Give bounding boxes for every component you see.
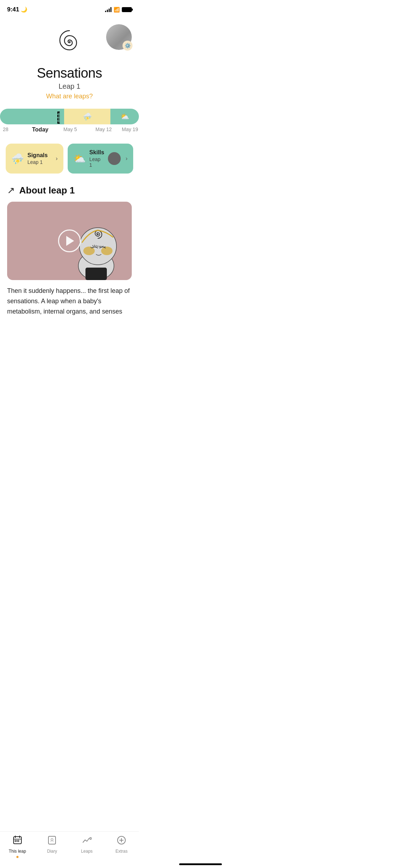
- spiral-logo: [52, 24, 87, 60]
- signals-card-subtitle: Leap 1: [27, 159, 52, 165]
- about-header: ↗ About leap 1: [7, 185, 132, 196]
- signals-card-text: Signals Leap 1: [27, 152, 52, 165]
- date-28: 28: [3, 126, 9, 132]
- sun-cloud-icon: ⛅: [120, 112, 129, 121]
- skills-card-arrow: ›: [126, 155, 127, 162]
- date-may19: May 19: [122, 126, 138, 132]
- status-time: 9:41: [7, 6, 19, 13]
- signal-icon: [105, 7, 111, 12]
- svg-point-4: [101, 247, 113, 255]
- timeline-next-segment: ⛅: [110, 109, 139, 124]
- app-title: Sensations: [7, 66, 132, 81]
- skills-icon: ⛅: [73, 153, 86, 165]
- timeline-section: ⛈️ ⛅ 28 Today May 5 May 12 May 19: [0, 109, 139, 135]
- svg-line-7: [94, 245, 95, 246]
- leap-label: Leap 1: [7, 82, 132, 91]
- signals-icon: ⛈️: [11, 153, 24, 165]
- thunder-icon: ⛈️: [83, 112, 92, 121]
- header: ⚙️: [0, 17, 139, 60]
- date-may5: May 5: [63, 126, 77, 132]
- timeline-bar: ⛈️ ⛅: [0, 109, 139, 124]
- title-section: Sensations Leap 1 What are leaps?: [0, 60, 139, 100]
- skills-card[interactable]: ⛅ Skills Leap 1 ›: [68, 144, 133, 174]
- moon-icon: 🌙: [21, 6, 27, 13]
- status-bar: 9:41 🌙 📶: [0, 0, 139, 17]
- wifi-icon: 📶: [114, 7, 120, 12]
- description-text: Then it suddenly happens... the first le…: [7, 280, 132, 316]
- date-may12: May 12: [95, 126, 112, 132]
- date-today: Today: [32, 126, 48, 133]
- timeline-dates: 28 Today May 5 May 12 May 19: [0, 124, 139, 135]
- signals-card-arrow: ›: [56, 155, 58, 162]
- status-icons: 📶: [105, 7, 132, 12]
- avatar-container[interactable]: ⚙️: [106, 24, 132, 50]
- what-are-leaps-link[interactable]: What are leaps?: [7, 93, 132, 100]
- play-button[interactable]: [58, 229, 81, 252]
- cards-section: ⛈️ Signals Leap 1 › ⛅ Skills Leap 1 ›: [0, 135, 139, 174]
- skills-toggle[interactable]: [108, 152, 121, 165]
- signals-card[interactable]: ⛈️ Signals Leap 1 ›: [6, 144, 63, 174]
- battery-icon: [122, 7, 132, 12]
- about-title: About leap 1: [19, 185, 75, 196]
- timeline-current-segment: [0, 109, 64, 124]
- video-thumbnail[interactable]: [7, 202, 132, 280]
- skills-card-text: Skills Leap 1: [89, 149, 104, 168]
- signals-card-title: Signals: [27, 152, 52, 159]
- skills-card-title: Skills: [89, 149, 104, 156]
- play-icon: [66, 236, 74, 246]
- svg-line-9: [98, 246, 98, 247]
- timeline-fussy-segment: ⛈️: [64, 109, 110, 124]
- about-section: ↗ About leap 1: [0, 174, 139, 316]
- settings-icon[interactable]: ⚙️: [123, 41, 132, 51]
- skills-card-subtitle: Leap 1: [89, 156, 104, 168]
- svg-rect-1: [85, 268, 107, 280]
- trend-icon: ↗: [7, 185, 15, 196]
- svg-point-3: [83, 247, 95, 255]
